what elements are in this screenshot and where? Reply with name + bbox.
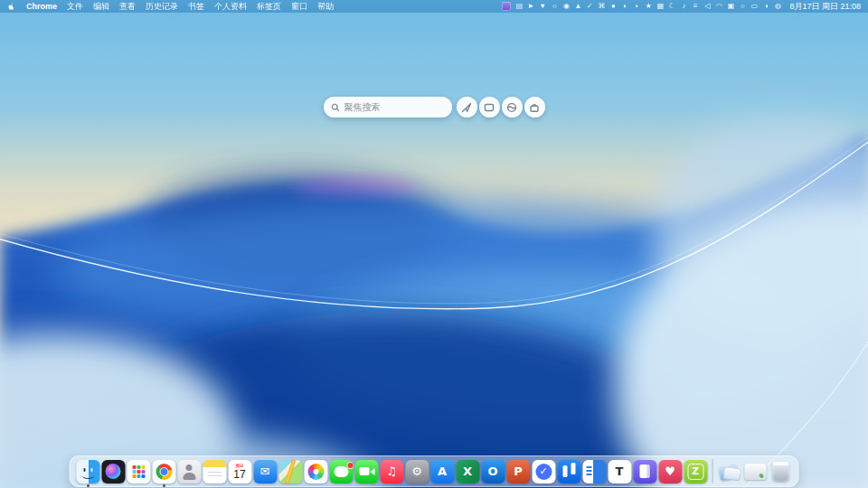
- typora-glyph: T: [616, 465, 624, 477]
- window-button[interactable]: [479, 97, 500, 117]
- grid-icon[interactable]: ▦: [656, 3, 664, 10]
- search-icon[interactable]: ○: [739, 3, 746, 10]
- menu-bar-left: Chrome 文件编辑查看历史记录书签个人资料标签页窗口帮助: [7, 1, 334, 13]
- menu-item-2[interactable]: 编辑: [93, 1, 109, 13]
- photos-icon: [304, 460, 327, 483]
- control-center-icon[interactable]: ◑: [762, 3, 769, 10]
- check-icon[interactable]: ✓: [586, 3, 593, 10]
- menu-item-9[interactable]: 帮助: [317, 1, 334, 13]
- trash-icon: [772, 462, 788, 482]
- desktop-wallpaper: [0, 0, 868, 488]
- menu-bar-clock[interactable]: 8月17日 周日 21:08: [789, 1, 861, 13]
- app-store-glyph: A: [438, 465, 447, 477]
- up-arrow-icon[interactable]: ▲: [574, 3, 581, 10]
- dock-item-trash[interactable]: [769, 455, 793, 487]
- battery-icon[interactable]: ▭: [750, 3, 758, 10]
- dock-item-calendar[interactable]: 周日17: [228, 455, 252, 487]
- dock-item-music[interactable]: ♫: [380, 455, 404, 487]
- dock-item-powerpoint[interactable]: P: [506, 455, 531, 487]
- dock-item-launchpad[interactable]: [127, 455, 151, 487]
- record-icon[interactable]: ◉: [562, 3, 570, 10]
- spotlight-bar: 聚焦搜索: [0, 97, 868, 117]
- dock-item-blue-document-app[interactable]: [582, 455, 607, 487]
- star-icon[interactable]: ★: [645, 3, 652, 10]
- dock-item-finder[interactable]: [76, 455, 100, 487]
- calendar-icon: 周日17: [228, 460, 251, 483]
- dock-item-app-store[interactable]: A: [430, 455, 455, 487]
- outlook-glyph: O: [487, 465, 497, 477]
- command-icon[interactable]: ⌘: [598, 3, 605, 10]
- dock-item-system-settings[interactable]: ⚙: [405, 455, 429, 487]
- facetime-icon: [354, 460, 378, 483]
- dock-item-facetime[interactable]: [354, 455, 379, 487]
- dock-item-notes[interactable]: [203, 455, 227, 487]
- blue-document-app-icon: [582, 460, 606, 483]
- display-mirroring-icon[interactable]: ▣: [727, 3, 734, 10]
- stats-icon[interactable]: ▤: [515, 3, 523, 10]
- play-icon[interactable]: ►: [527, 3, 534, 10]
- bag-button[interactable]: [524, 97, 545, 117]
- menu-bar: Chrome 文件编辑查看历史记录书签个人资料标签页窗口帮助 ▤►♥○◉▲✓⌘●…: [0, 0, 868, 13]
- dock-item-photos[interactable]: [304, 455, 328, 487]
- volume-icon[interactable]: ◁: [703, 3, 711, 10]
- paper-plane-button[interactable]: [457, 97, 477, 117]
- window-icon: [484, 102, 495, 113]
- theme-button[interactable]: [502, 97, 523, 117]
- dock-item-typora[interactable]: T: [608, 455, 632, 487]
- dock-item-contacts[interactable]: [177, 455, 202, 487]
- moon-icon[interactable]: ☾: [668, 3, 675, 10]
- menu-item-6[interactable]: 个人资料: [214, 1, 247, 13]
- dock-item-trello[interactable]: [557, 455, 581, 487]
- siri-icon[interactable]: ◍: [774, 3, 781, 10]
- dock-item-chrome[interactable]: [152, 455, 176, 487]
- menu-item-5[interactable]: 书签: [188, 1, 204, 13]
- wifi-icon[interactable]: ◠: [715, 3, 722, 10]
- finder-icon: [76, 460, 99, 483]
- system-settings-icon: ⚙: [405, 460, 429, 483]
- green-z-app-glyph: Z: [692, 466, 699, 476]
- dock-item-excel[interactable]: X: [456, 455, 480, 487]
- dock-item-purple-book-app[interactable]: [633, 455, 657, 487]
- dock-item-downloads-stack[interactable]: [718, 455, 742, 487]
- music-glyph: ♫: [386, 465, 397, 477]
- dock-item-outlook[interactable]: O: [481, 455, 505, 487]
- contrast-icon[interactable]: ◐: [621, 3, 628, 10]
- search-input[interactable]: 聚焦搜索: [324, 97, 452, 117]
- apple-icon: [7, 2, 15, 11]
- menu-item-7[interactable]: 标签页: [257, 1, 281, 13]
- search-icon: [331, 103, 340, 112]
- app-menu-name[interactable]: Chrome: [26, 2, 57, 11]
- purple-book-app-icon: [633, 460, 656, 483]
- menu-item-4[interactable]: 历史记录: [146, 1, 178, 13]
- heart-icon[interactable]: ♥: [539, 3, 546, 10]
- dock-item-todo-check[interactable]: ✓: [532, 455, 556, 487]
- dock-item-mail[interactable]: ✉: [253, 455, 278, 487]
- menu-lines-icon[interactable]: ≡: [692, 3, 699, 10]
- dot-icon[interactable]: ●: [609, 3, 617, 10]
- minimized-window-icon: [744, 464, 766, 480]
- bag-icon: [529, 102, 540, 113]
- music-icon[interactable]: ♪: [680, 3, 687, 10]
- excel-icon: X: [456, 460, 479, 483]
- dock-item-green-z-app[interactable]: Z: [684, 455, 708, 487]
- running-indicator: [163, 484, 165, 487]
- menu-item-8[interactable]: 窗口: [291, 1, 307, 13]
- dock-item-minimized-window[interactable]: [743, 455, 768, 487]
- dock-item-siri[interactable]: [101, 455, 126, 487]
- red-heart-app-icon: ♥: [658, 460, 682, 483]
- dock-item-messages[interactable]: [329, 455, 354, 487]
- todo-check-glyph: ✓: [539, 466, 547, 476]
- typora-icon: T: [608, 460, 631, 483]
- square-icon[interactable]: ▪: [633, 3, 640, 10]
- input-source-badge-icon[interactable]: [502, 2, 511, 11]
- circle-icon[interactable]: ○: [551, 3, 558, 10]
- excel-glyph: X: [463, 465, 472, 477]
- mail-icon: ✉: [253, 460, 277, 483]
- red-heart-app-glyph: ♥: [665, 465, 675, 477]
- menu-item-1[interactable]: 文件: [67, 1, 83, 13]
- running-indicator: [87, 484, 90, 487]
- apple-menu[interactable]: [7, 2, 16, 12]
- dock-item-red-heart-app[interactable]: ♥: [658, 455, 683, 487]
- menu-item-3[interactable]: 查看: [119, 1, 136, 13]
- dock-item-maps[interactable]: [278, 455, 303, 487]
